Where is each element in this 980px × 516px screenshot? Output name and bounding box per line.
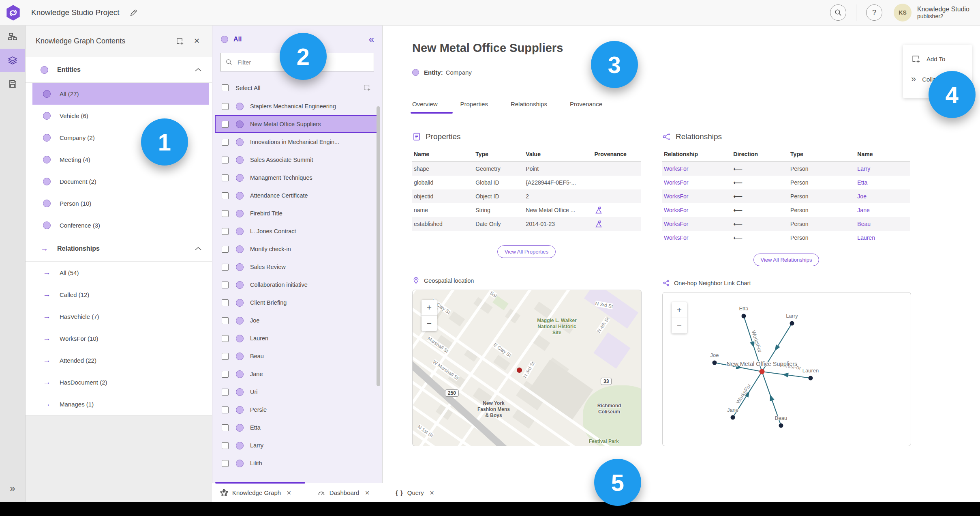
item-checkbox[interactable]: [222, 210, 229, 217]
related-entity-link[interactable]: Beau: [857, 221, 871, 227]
entity-instance-item[interactable]: Lauren: [212, 329, 382, 347]
entity-type-item[interactable]: Vehicle (6): [25, 105, 212, 127]
item-checkbox[interactable]: [222, 264, 229, 271]
item-checkbox[interactable]: [222, 389, 229, 396]
relationship-type-item[interactable]: → Manages (1): [25, 393, 212, 415]
related-entity-link[interactable]: Etta: [857, 179, 867, 186]
entities-section-header[interactable]: Entities: [25, 57, 212, 83]
item-checkbox[interactable]: [222, 246, 229, 253]
entity-instance-item[interactable]: Client Briefing: [212, 294, 382, 312]
zoom-in-button[interactable]: +: [422, 300, 437, 315]
table-row[interactable]: name String New Metal Office ...: [412, 203, 641, 217]
edit-title-button[interactable]: [128, 7, 139, 19]
item-checkbox[interactable]: [222, 353, 229, 360]
item-checkbox[interactable]: [222, 406, 229, 413]
entity-instance-item[interactable]: Collaboration initiative: [212, 276, 382, 294]
add-to-menu-item[interactable]: Add To: [911, 49, 972, 69]
relationship-type-item[interactable]: → HasVehicle (7): [25, 305, 212, 327]
relationship-link[interactable]: WorksFor: [664, 179, 688, 186]
entity-type-item[interactable]: All (27): [32, 83, 209, 105]
relationship-link[interactable]: WorksFor: [664, 221, 688, 227]
entity-instance-item[interactable]: Larry: [212, 436, 382, 454]
zoom-out-button[interactable]: −: [672, 318, 687, 333]
table-row[interactable]: globalid Global ID {A228944F-0EF5-...: [412, 176, 641, 189]
geospatial-map[interactable]: W Clay StSalN 3rd StMaggie L. Walker Nat…: [412, 290, 642, 446]
detail-tab[interactable]: Properties: [460, 101, 488, 114]
entity-instance-item[interactable]: Uri: [212, 383, 382, 401]
item-checkbox[interactable]: [222, 192, 229, 199]
entity-instance-item[interactable]: Sales Associate Summit: [212, 151, 382, 169]
item-checkbox[interactable]: [222, 228, 229, 235]
table-row[interactable]: WorksFor ⟵ Person Etta: [662, 176, 910, 189]
tab-dashboard[interactable]: Dashboard ✕: [317, 489, 370, 497]
add-to-new-button[interactable]: [174, 35, 186, 47]
relationship-type-item[interactable]: → Called (12): [25, 284, 212, 305]
entity-instance-item[interactable]: Sales Review: [212, 258, 382, 276]
related-entity-link[interactable]: Larry: [857, 166, 870, 172]
detail-tab[interactable]: Overview: [412, 101, 438, 114]
relationship-link[interactable]: WorksFor: [664, 166, 688, 172]
table-row[interactable]: WorksFor ⟵ Person Jane: [662, 203, 910, 217]
item-checkbox[interactable]: [222, 139, 229, 146]
entity-instance-item[interactable]: Staplers Mechanical Engineering: [212, 97, 382, 115]
entity-type-item[interactable]: Conference (3): [25, 214, 212, 236]
entity-instance-item[interactable]: Montly check-in: [212, 240, 382, 258]
add-selection-button[interactable]: [361, 82, 372, 93]
item-checkbox[interactable]: [222, 424, 229, 431]
tab-query[interactable]: { } Query ✕: [396, 489, 434, 496]
entity-instance-item[interactable]: Jane: [212, 365, 382, 383]
entity-instance-item[interactable]: Joe: [212, 312, 382, 329]
rail-item-data-model[interactable]: [0, 25, 25, 49]
view-all-properties-button[interactable]: View All Properties: [497, 245, 556, 258]
close-tab-icon[interactable]: ✕: [365, 490, 370, 496]
entity-instance-item[interactable]: Managment Techniques: [212, 169, 382, 187]
provenance-flag-icon[interactable]: [595, 220, 639, 228]
tab-knowledge-graph[interactable]: Knowledge Graph ✕: [220, 489, 291, 497]
table-row[interactable]: WorksFor ⟵ Person Larry: [662, 162, 910, 176]
one-hop-link-chart[interactable]: WorksForWorksForWorksForNew Metal Office…: [662, 292, 911, 446]
entity-instance-item[interactable]: Innovations in Mechanical Engin...: [212, 133, 382, 151]
close-tab-icon[interactable]: ✕: [287, 490, 291, 496]
relationship-type-item[interactable]: → HasDocument (2): [25, 371, 212, 393]
relationship-type-item[interactable]: → Attended (22): [25, 349, 212, 371]
relationship-link[interactable]: WorksFor: [664, 193, 688, 200]
entity-instance-item[interactable]: Persie: [212, 401, 382, 419]
entity-instance-item[interactable]: Firebird Title: [212, 204, 382, 222]
entity-instance-item[interactable]: Beau: [212, 347, 382, 365]
entity-instance-item[interactable]: Etta: [212, 419, 382, 436]
table-row[interactable]: WorksFor ⟵ Person Beau: [662, 217, 910, 231]
table-row[interactable]: WorksFor ⟵ Person Joe: [662, 189, 910, 203]
related-entity-link[interactable]: Jane: [857, 207, 869, 213]
close-panel-button[interactable]: ✕: [192, 35, 201, 47]
help-button[interactable]: ?: [866, 4, 882, 21]
relationship-link[interactable]: WorksFor: [664, 234, 688, 241]
item-checkbox[interactable]: [222, 103, 229, 110]
item-checkbox[interactable]: [222, 174, 229, 181]
relationship-type-item[interactable]: → All (54): [25, 262, 212, 284]
item-checkbox[interactable]: [222, 460, 229, 467]
entity-type-item[interactable]: Person (10): [25, 192, 212, 214]
item-checkbox[interactable]: [222, 299, 229, 306]
detail-tab[interactable]: Provenance: [570, 101, 602, 114]
user-info[interactable]: Knowledge Studio publisher2: [917, 6, 969, 19]
expand-rail-button[interactable]: »: [0, 480, 25, 497]
item-checkbox[interactable]: [222, 121, 229, 128]
scrollbar[interactable]: [377, 106, 380, 386]
entity-instance-item[interactable]: L. Jones Contract: [212, 222, 382, 240]
search-button[interactable]: [830, 4, 846, 21]
close-tab-icon[interactable]: ✕: [430, 490, 434, 496]
avatar[interactable]: KS: [894, 4, 912, 22]
entity-instance-item[interactable]: New Metal Office Suppliers: [215, 115, 379, 133]
related-entity-link[interactable]: Lauren: [857, 234, 875, 241]
relationship-link[interactable]: WorksFor: [664, 207, 688, 213]
view-all-relationships-button[interactable]: View All Relationships: [753, 254, 820, 266]
entity-instance-item[interactable]: Lilith: [212, 454, 382, 472]
table-row[interactable]: WorksFor ⟵ Person Lauren: [662, 231, 910, 245]
entity-instance-item[interactable]: Attendance Certificate: [212, 187, 382, 204]
table-row[interactable]: established Date Only 2014-01-23: [412, 217, 641, 231]
relationship-type-item[interactable]: → WorksFor (10): [25, 327, 212, 349]
provenance-flag-icon[interactable]: [595, 206, 639, 214]
item-checkbox[interactable]: [222, 317, 229, 324]
item-checkbox[interactable]: [222, 335, 229, 342]
select-all-checkbox[interactable]: [222, 84, 229, 91]
